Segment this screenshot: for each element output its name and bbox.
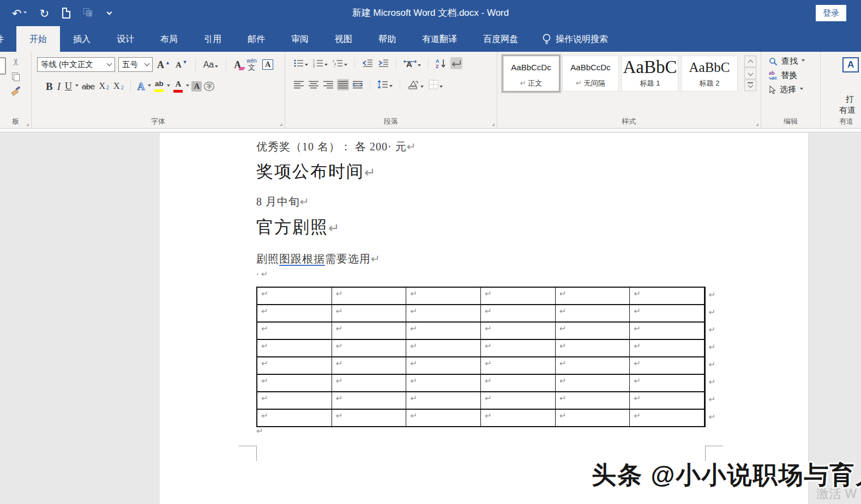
table-cell[interactable]: ↵ <box>481 410 556 426</box>
shading-button[interactable] <box>406 78 425 91</box>
distribute-button[interactable] <box>352 79 364 90</box>
table-cell[interactable]: ↵ <box>406 340 481 356</box>
paste-icon[interactable] <box>0 57 6 75</box>
select-button[interactable]: 选择 <box>769 84 805 95</box>
increase-indent-button[interactable] <box>377 57 390 69</box>
table-cell[interactable]: ↵ <box>630 340 705 356</box>
table-cell[interactable]: ↵ <box>630 323 705 339</box>
tab-design[interactable]: 设计 <box>104 26 147 52</box>
align-left-button[interactable] <box>293 79 305 90</box>
table-cell[interactable]: ↵ <box>257 375 332 391</box>
format-painter-icon[interactable] <box>11 86 21 96</box>
tab-baidu-netdisk[interactable]: 百度网盘 <box>470 26 531 52</box>
copy-icon[interactable] <box>12 72 20 81</box>
table-cell[interactable]: ↵ <box>257 323 332 339</box>
paragraph-stills-note[interactable]: 剧照图跟根据需要选用↵ <box>256 252 381 266</box>
superscript-button[interactable]: X2 <box>112 80 125 92</box>
strikethrough-button[interactable]: abe <box>81 81 96 92</box>
styles-more-button[interactable] <box>744 80 756 91</box>
table-cell[interactable]: ↵ <box>556 323 630 339</box>
align-right-button[interactable] <box>322 79 334 90</box>
table-cell[interactable]: ↵ <box>257 288 332 304</box>
tab-youdao-translate[interactable]: 有道翻译 <box>409 26 470 52</box>
align-center-button[interactable] <box>308 79 320 90</box>
table-cell[interactable]: ↵ <box>257 392 332 409</box>
tab-layout[interactable]: 布局 <box>147 26 191 52</box>
find-button[interactable]: 查找 <box>769 56 805 66</box>
tell-me-search[interactable]: 操作说明搜索 <box>531 26 619 52</box>
paragraph-after-table[interactable]: ↵ <box>256 426 263 436</box>
table-cell[interactable]: ↵ <box>332 323 407 339</box>
table-cell[interactable]: ↵ <box>556 305 630 321</box>
table-cell[interactable]: ↵ <box>630 375 705 391</box>
table-cell[interactable]: ↵ <box>481 375 556 391</box>
borders-button[interactable] <box>428 78 444 91</box>
table-cell[interactable]: ↵ <box>481 288 556 304</box>
table-cell[interactable]: ↵ <box>257 410 332 426</box>
subscript-button[interactable]: X2 <box>98 80 111 92</box>
character-border-button[interactable]: A <box>261 58 275 71</box>
font-dialog-launcher[interactable]: ⌟ <box>279 120 282 126</box>
bullets-button[interactable] <box>293 57 309 69</box>
table-cell[interactable]: ↵ <box>406 288 481 304</box>
table-cell[interactable]: ↵ <box>481 340 556 356</box>
character-shading-button[interactable]: A <box>191 81 202 92</box>
justify-button[interactable] <box>337 79 349 90</box>
paragraph-dot[interactable]: · ↵ <box>256 269 268 279</box>
paragraph-dialog-launcher[interactable]: ⌟ <box>491 120 495 126</box>
tab-help[interactable]: 帮助 <box>365 26 409 52</box>
tab-mailings[interactable]: 邮件 <box>234 26 278 52</box>
style-card-heading2[interactable]: AaBbC 标题 2 <box>681 56 738 92</box>
tab-file-partial[interactable]: 件 <box>0 26 7 52</box>
table-cell[interactable]: ↵ <box>406 357 481 374</box>
text-effects-button[interactable]: A <box>136 80 146 93</box>
tab-insert[interactable]: 插入 <box>60 26 104 52</box>
table-cell[interactable]: ↵ <box>630 357 705 374</box>
grow-font-button[interactable]: A▲ <box>156 58 171 71</box>
font-color-dropdown[interactable] <box>186 84 189 87</box>
paragraph-mid-august[interactable]: 8 月中旬↵ <box>256 195 310 209</box>
table-cell[interactable]: ↵ <box>556 392 630 409</box>
table-cell[interactable]: ↵ <box>630 288 705 304</box>
change-case-button[interactable]: Aa <box>202 59 220 71</box>
multilevel-list-button[interactable]: 1ai <box>332 57 348 69</box>
clear-formatting-button[interactable]: A <box>233 58 242 71</box>
table-cell[interactable]: ↵ <box>332 288 407 304</box>
line-spacing-button[interactable] <box>376 78 394 90</box>
table-cell[interactable]: ↵ <box>332 305 407 321</box>
table-cell[interactable]: ↵ <box>406 375 481 391</box>
bold-button[interactable]: B <box>45 80 54 93</box>
style-card-heading1[interactable]: AaBbC 标题 1 <box>622 56 678 92</box>
table-cell[interactable]: ↵ <box>406 323 481 339</box>
table-cell[interactable]: ↵ <box>630 305 705 321</box>
cut-icon[interactable]: ✂ <box>10 58 22 65</box>
styles-scroll-down-button[interactable] <box>744 68 756 79</box>
document-page[interactable]: 优秀奖（10 名）： 各 200· 元↵ 奖项公布时间↵ 8 月中旬↵ 官方剧照… <box>160 133 809 504</box>
text-effects-dropdown[interactable] <box>148 84 151 87</box>
table-cell[interactable]: ↵ <box>556 375 630 391</box>
table-cell[interactable]: ↵ <box>481 357 556 374</box>
table-cell[interactable]: ↵ <box>332 392 407 409</box>
underline-dropdown[interactable] <box>75 84 79 87</box>
tab-references[interactable]: 引用 <box>191 26 234 52</box>
table-cell[interactable]: ↵ <box>257 340 332 356</box>
table-cell[interactable]: ↵ <box>406 392 481 409</box>
sort-button[interactable]: A Z <box>435 57 448 70</box>
font-size-combo[interactable]: 五号 <box>118 57 153 72</box>
table-cell[interactable]: ↵ <box>556 288 630 304</box>
sign-in-button[interactable]: 登录 <box>816 5 846 21</box>
clipboard-dialog-launcher[interactable]: ⌟ <box>26 120 29 126</box>
table-cell[interactable]: ↵ <box>332 410 407 426</box>
paragraph-prize[interactable]: 优秀奖（10 名）： 各 200· 元↵ <box>256 139 416 154</box>
highlight-dropdown[interactable] <box>167 84 170 87</box>
table-cell[interactable]: ↵ <box>481 305 556 321</box>
shrink-font-button[interactable]: A▼ <box>174 58 189 71</box>
asian-layout-button[interactable]: A <box>402 57 422 70</box>
styles-scroll-up-button[interactable] <box>744 56 756 67</box>
table-cell[interactable]: ↵ <box>332 340 407 356</box>
table-cell[interactable]: ↵ <box>630 410 705 426</box>
table-cell[interactable]: ↵ <box>332 375 407 391</box>
table-cell[interactable]: ↵ <box>257 357 332 374</box>
italic-button[interactable]: I <box>56 80 62 93</box>
enclose-characters-button[interactable]: 字 <box>204 82 214 91</box>
